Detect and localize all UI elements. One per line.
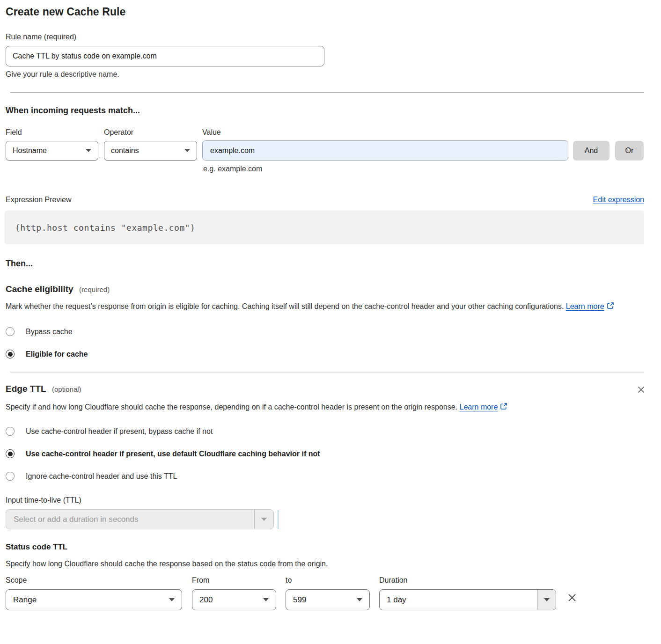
close-icon xyxy=(566,598,578,605)
learn-more-label: Learn more xyxy=(460,403,498,411)
from-select[interactable]: 200 xyxy=(192,589,276,610)
edge-ttl-learn-more-link[interactable]: Learn more xyxy=(460,403,508,411)
rule-name-helper: Give your rule a descriptive name. xyxy=(6,70,644,79)
learn-more-label: Learn more xyxy=(566,302,604,310)
edge-ttl-close-button[interactable] xyxy=(635,384,647,397)
chevron-down-icon xyxy=(169,598,175,601)
expression-preview-label: Expression Preview xyxy=(6,196,72,204)
edge-ttl-option-default-label: Use cache-control header if present, use… xyxy=(26,450,320,458)
field-select[interactable]: Hostname xyxy=(6,141,98,161)
page-title: Create new Cache Rule xyxy=(6,6,644,18)
eligible-for-cache-label: Eligible for cache xyxy=(26,350,88,359)
radio-checked-icon[interactable] xyxy=(6,449,15,458)
edge-ttl-option-ignore[interactable]: Ignore cache-control header and use this… xyxy=(6,472,644,481)
to-select-value: 599 xyxy=(293,595,306,605)
edge-ttl-option-bypass-label: Use cache-control header if present, byp… xyxy=(26,427,213,436)
match-heading: When incoming requests match... xyxy=(6,106,644,116)
value-input[interactable] xyxy=(202,140,568,161)
edge-ttl-option-ignore-label: Ignore cache-control header and use this… xyxy=(26,472,177,481)
chevron-down-icon xyxy=(263,598,269,601)
then-heading: Then... xyxy=(6,259,644,269)
expression-preview-block: (http.host contains "example.com") xyxy=(5,211,644,244)
edit-expression-link[interactable]: Edit expression xyxy=(593,196,644,204)
to-select[interactable]: 599 xyxy=(286,589,370,610)
duration-select[interactable]: 1 day xyxy=(379,589,556,610)
edge-ttl-description: Specify if and how long Cloudflare shoul… xyxy=(6,401,530,414)
cache-eligibility-learn-more-link[interactable]: Learn more xyxy=(566,302,614,310)
close-icon xyxy=(636,389,646,396)
scope-select[interactable]: Range xyxy=(6,589,182,610)
cache-eligibility-heading: Cache eligibility xyxy=(6,284,73,294)
radio-checked-icon[interactable] xyxy=(6,350,15,359)
expression-code: (http.host contains "example.com") xyxy=(15,223,195,233)
external-link-icon xyxy=(607,300,614,314)
scope-label: Scope xyxy=(6,576,182,585)
cache-eligibility-description-text: Mark whether the request’s response from… xyxy=(6,302,564,310)
ttl-duration-select[interactable]: Select or add a duration in seconds xyxy=(6,509,274,529)
value-label: Value xyxy=(202,128,221,137)
chevron-down-icon xyxy=(357,598,362,601)
bypass-cache-option[interactable]: Bypass cache xyxy=(6,327,644,336)
field-label: Field xyxy=(6,128,104,137)
to-label: to xyxy=(286,576,370,585)
eligible-for-cache-option[interactable]: Eligible for cache xyxy=(6,350,644,359)
edge-ttl-heading: Edge TTL xyxy=(6,384,46,394)
ttl-duration-placeholder: Select or add a duration in seconds xyxy=(6,510,254,529)
cache-eligibility-description: Mark whether the request’s response from… xyxy=(6,300,635,314)
optional-badge: (optional) xyxy=(52,385,81,393)
duration-select-value: 1 day xyxy=(380,595,537,605)
operator-select[interactable]: contains xyxy=(104,141,197,161)
ttl-input-label: Input time-to-live (TTL) xyxy=(6,496,644,505)
radio-unchecked-icon[interactable] xyxy=(6,427,15,436)
radio-unchecked-icon[interactable] xyxy=(6,327,15,336)
radio-unchecked-icon[interactable] xyxy=(6,472,15,481)
section-divider xyxy=(10,92,644,93)
bypass-cache-label: Bypass cache xyxy=(26,328,73,336)
operator-label: Operator xyxy=(104,128,202,137)
rule-name-input[interactable] xyxy=(6,46,324,66)
and-button[interactable]: And xyxy=(573,141,610,161)
ttl-select-focus-bar xyxy=(278,510,279,529)
external-link-icon xyxy=(500,401,507,414)
chevron-down-icon xyxy=(261,518,267,521)
required-badge: (required) xyxy=(79,285,110,293)
value-helper: e.g. example.com xyxy=(203,165,644,173)
chevron-down-icon xyxy=(184,149,190,152)
field-select-value: Hostname xyxy=(13,146,47,155)
rule-name-label: Rule name (required) xyxy=(6,33,644,41)
duration-label: Duration xyxy=(379,576,556,585)
section-divider xyxy=(10,372,644,373)
remove-status-code-rule-button[interactable] xyxy=(566,591,579,606)
scope-select-value: Range xyxy=(13,595,37,605)
edge-ttl-option-bypass[interactable]: Use cache-control header if present, byp… xyxy=(6,427,644,436)
edge-ttl-description-text: Specify if and how long Cloudflare shoul… xyxy=(6,403,457,411)
duration-dropdown-button[interactable] xyxy=(537,590,556,610)
operator-select-value: contains xyxy=(111,146,139,155)
chevron-down-icon xyxy=(86,149,91,152)
edge-ttl-option-default[interactable]: Use cache-control header if present, use… xyxy=(6,449,644,458)
from-select-value: 200 xyxy=(199,595,213,605)
from-label: From xyxy=(192,576,276,585)
chevron-down-icon xyxy=(544,598,550,601)
ttl-duration-dropdown-button[interactable] xyxy=(254,510,273,529)
status-code-ttl-heading: Status code TTL xyxy=(6,542,644,552)
or-button[interactable]: Or xyxy=(615,141,644,161)
status-code-ttl-description: Specify how long Cloudflare should cache… xyxy=(6,557,644,571)
